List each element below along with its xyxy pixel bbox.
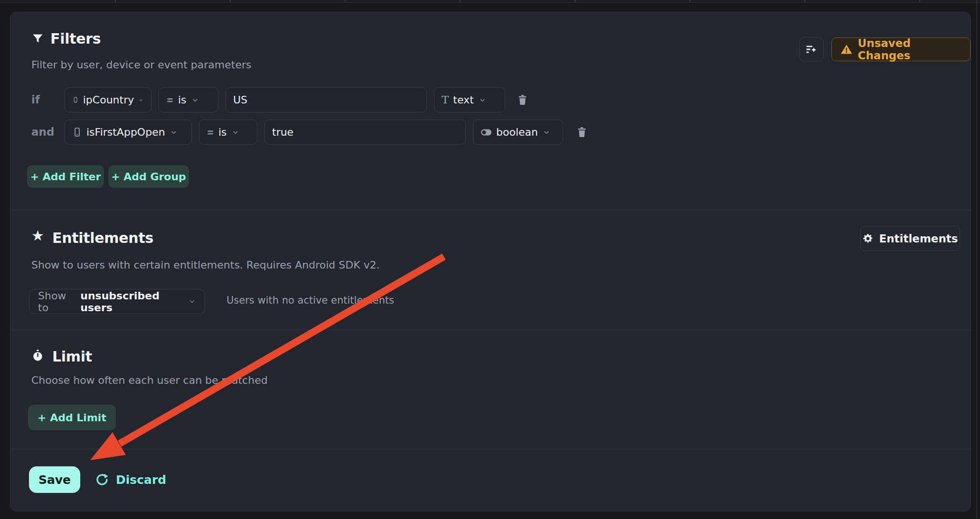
stopwatch-icon xyxy=(31,349,44,362)
top-edge-tick xyxy=(689,0,690,2)
chevron-down-icon xyxy=(170,128,178,137)
conjunction-label: and xyxy=(31,120,54,145)
add-group-button[interactable]: + Add Group xyxy=(108,165,189,188)
trash-icon xyxy=(517,94,528,106)
delete-filter-button[interactable] xyxy=(514,87,531,112)
smartphone-icon xyxy=(72,95,79,105)
toggle-icon xyxy=(481,129,492,136)
top-edge-tick xyxy=(230,0,231,2)
unsaved-changes-label: Unsaved Changes xyxy=(858,37,961,62)
parameter-value: isFirstAppOpen xyxy=(86,126,165,138)
star-icon: ★ xyxy=(31,227,44,244)
top-edge-tick xyxy=(804,0,805,2)
show-to-value: unsubscribed users xyxy=(80,290,183,314)
screen: Filters Filter by user, device or event … xyxy=(0,0,980,519)
conjunction-label: if xyxy=(31,87,40,112)
top-edge-tick xyxy=(345,0,346,2)
smartphone-icon xyxy=(72,127,82,137)
trash-icon xyxy=(576,126,588,138)
value-input-wrap xyxy=(226,87,427,112)
filter-value-input[interactable] xyxy=(272,126,458,138)
filters-section-subtitle: Filter by user, device or event paramete… xyxy=(31,59,251,71)
entitlements-settings-button[interactable]: Entitlements xyxy=(860,226,960,251)
show-to-dropdown[interactable]: Show to unsubscribed users xyxy=(29,289,205,314)
equals-icon xyxy=(207,129,214,136)
parameter-dropdown[interactable]: isFirstAppOpen xyxy=(65,120,192,145)
filter-value-input[interactable] xyxy=(233,94,419,106)
chevron-down-icon xyxy=(191,96,199,104)
filter-row: if ipCountry is T text xyxy=(10,87,971,112)
operator-dropdown[interactable]: is xyxy=(159,87,218,112)
show-to-hint: Users with no active entitlements xyxy=(226,295,394,306)
entitlements-section-subtitle: Show to users with certain entitlements.… xyxy=(31,259,380,271)
limit-section-subtitle: Choose how often each user can be matche… xyxy=(31,374,268,386)
show-to-label: Show to xyxy=(38,290,75,314)
filter-tools-button[interactable] xyxy=(799,37,824,62)
equals-icon xyxy=(166,96,174,104)
discard-label: Discard xyxy=(116,473,166,487)
unsaved-changes-badge: Unsaved Changes xyxy=(831,37,971,61)
funnel-icon xyxy=(31,32,44,45)
warning-triangle-icon xyxy=(840,43,853,56)
type-value: boolean xyxy=(496,126,538,138)
operator-value: is xyxy=(178,94,187,106)
top-edge-tick xyxy=(115,0,116,2)
filter-sparkle-icon xyxy=(805,43,818,56)
chevron-down-icon xyxy=(478,96,487,104)
chevron-down-icon xyxy=(542,128,551,137)
entitlements-button-label: Entitlements xyxy=(879,232,958,245)
discard-button[interactable]: Discard xyxy=(95,469,166,490)
entitlements-section-title: Entitlements xyxy=(52,230,153,246)
chevron-down-icon xyxy=(231,128,240,137)
top-edge-strip xyxy=(0,0,980,3)
section-divider xyxy=(10,210,971,210)
add-filter-button[interactable]: + Add Filter xyxy=(27,165,104,188)
top-edge-tick xyxy=(460,0,461,2)
audience-settings-panel: Filters Filter by user, device or event … xyxy=(10,12,971,511)
gear-icon xyxy=(862,233,874,244)
parameter-dropdown[interactable]: ipCountry xyxy=(65,87,151,112)
limit-section-title: Limit xyxy=(52,348,92,365)
delete-filter-button[interactable] xyxy=(573,120,590,145)
section-divider xyxy=(10,449,971,449)
operator-value: is xyxy=(218,126,227,138)
filters-section-title: Filters xyxy=(50,30,101,47)
text-type-icon: T xyxy=(442,94,449,105)
refresh-icon xyxy=(95,473,109,487)
chevron-down-icon xyxy=(138,96,144,104)
top-edge-tick xyxy=(575,0,575,2)
type-dropdown[interactable]: T text xyxy=(434,87,505,112)
filter-row: and isFirstAppOpen is boolean xyxy=(10,120,971,145)
scrollbar-track[interactable] xyxy=(976,0,977,519)
save-button[interactable]: Save xyxy=(29,466,80,493)
value-input-wrap xyxy=(264,120,466,145)
add-limit-button[interactable]: + Add Limit xyxy=(28,405,116,430)
parameter-value: ipCountry xyxy=(83,94,134,106)
section-divider xyxy=(10,330,971,330)
type-dropdown[interactable]: boolean xyxy=(473,120,563,145)
top-edge-divider xyxy=(0,2,980,3)
operator-dropdown[interactable]: is xyxy=(199,120,257,145)
chevron-down-icon xyxy=(188,297,196,306)
type-value: text xyxy=(453,94,473,106)
top-edge-tick xyxy=(919,0,920,2)
